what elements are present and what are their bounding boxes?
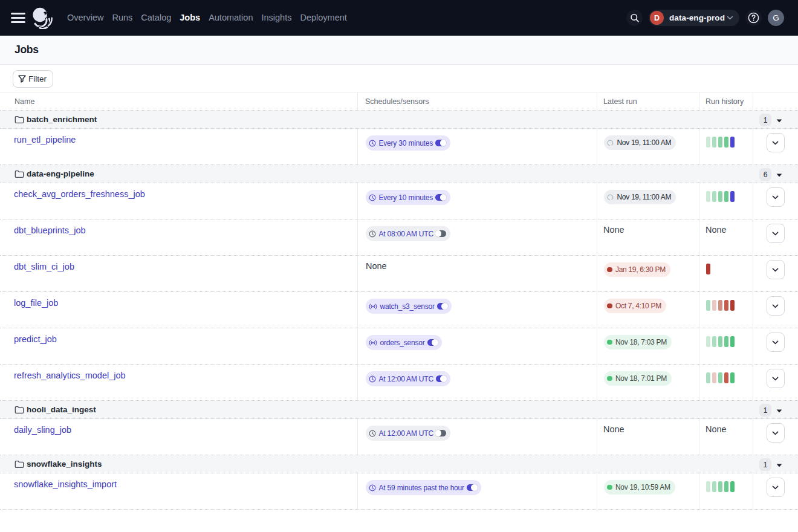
clock-icon bbox=[369, 430, 376, 437]
latest-run-pill[interactable]: Nov 18, 7:01 PM bbox=[604, 371, 672, 386]
job-name-link[interactable]: daily_sling_job bbox=[14, 425, 71, 435]
deployment-switcher[interactable]: D data-eng-prod bbox=[649, 10, 739, 26]
schedule-toggle[interactable] bbox=[436, 430, 446, 436]
group-collapse-caret-icon[interactable] bbox=[776, 174, 782, 177]
run-history-bar[interactable] bbox=[706, 481, 710, 493]
schedule-toggle[interactable] bbox=[436, 375, 446, 382]
run-history-bar[interactable] bbox=[706, 264, 710, 275]
run-history-bar[interactable] bbox=[712, 300, 716, 311]
run-history-bar[interactable] bbox=[706, 137, 710, 148]
latest-run-pill[interactable]: Nov 19, 11:00 AM bbox=[604, 135, 676, 150]
job-name-link[interactable]: log_file_job bbox=[14, 298, 58, 308]
row-expand-button[interactable] bbox=[767, 187, 785, 207]
run-history-bar[interactable] bbox=[718, 336, 722, 348]
run-history-bar[interactable] bbox=[718, 191, 722, 203]
latest-run-pill[interactable]: Oct 7, 4:10 PM bbox=[604, 299, 666, 313]
job-name-link[interactable]: run_etl_pipeline bbox=[14, 135, 76, 144]
column-header-name: Name bbox=[0, 92, 358, 110]
run-history-bar[interactable] bbox=[706, 300, 710, 311]
schedule-toggle[interactable] bbox=[437, 303, 447, 310]
run-history-bar[interactable] bbox=[718, 137, 722, 148]
job-name-link[interactable]: predict_job bbox=[14, 334, 57, 344]
run-history-bar[interactable] bbox=[712, 336, 716, 348]
run-status-dot bbox=[607, 485, 612, 490]
latest-run-pill[interactable]: Nov 18, 7:03 PM bbox=[604, 335, 672, 349]
latest-run-pill[interactable]: Nov 19, 11:00 AM bbox=[604, 190, 676, 204]
job-row: snowflake_insights_importAt 59 minutes p… bbox=[0, 473, 798, 510]
run-history-bar[interactable] bbox=[706, 336, 710, 348]
schedule-toggle[interactable] bbox=[427, 339, 438, 346]
jobs-table: Name Schedules/sensors Latest run Run hi… bbox=[0, 92, 798, 510]
row-expand-button[interactable] bbox=[767, 423, 785, 443]
run-history-bar[interactable] bbox=[706, 372, 710, 384]
run-history-bar[interactable] bbox=[730, 191, 735, 203]
run-history-bar[interactable] bbox=[730, 137, 735, 148]
row-expand-button[interactable] bbox=[767, 260, 785, 279]
run-history-bar[interactable] bbox=[730, 481, 735, 493]
row-expand-button[interactable] bbox=[767, 332, 785, 352]
job-name-link[interactable]: dbt_slim_ci_job bbox=[14, 262, 74, 271]
run-history-bar[interactable] bbox=[730, 336, 735, 348]
run-history-bar[interactable] bbox=[712, 481, 716, 493]
job-name-link[interactable]: dbt_blueprints_job bbox=[14, 225, 86, 235]
schedule-label: orders_sensor bbox=[380, 339, 425, 347]
run-history-bar[interactable] bbox=[712, 191, 716, 203]
nav-item-automation[interactable]: Automation bbox=[204, 0, 257, 36]
row-expand-button[interactable] bbox=[767, 224, 785, 243]
search-button[interactable] bbox=[626, 10, 643, 26]
run-history-bar[interactable] bbox=[712, 372, 716, 384]
run-status-dot bbox=[607, 340, 612, 345]
hamburger-menu-button[interactable] bbox=[11, 13, 25, 23]
run-history-bar[interactable] bbox=[718, 481, 722, 493]
run-history-bar[interactable] bbox=[718, 300, 722, 311]
job-name-link[interactable]: snowflake_insights_import bbox=[14, 479, 117, 489]
row-expand-button[interactable] bbox=[767, 478, 785, 497]
run-history-bar[interactable] bbox=[730, 300, 735, 311]
row-expand-button[interactable] bbox=[767, 369, 785, 388]
latest-run-pill[interactable]: Jan 19, 6:30 PM bbox=[604, 262, 670, 277]
schedule-toggle[interactable] bbox=[436, 230, 446, 237]
schedule-pill: orders_sensor bbox=[366, 335, 442, 350]
group-collapse-caret-icon[interactable] bbox=[776, 464, 782, 467]
group-collapse-caret-icon[interactable] bbox=[776, 119, 782, 123]
nav-item-catalog[interactable]: Catalog bbox=[137, 0, 175, 36]
row-expand-button[interactable] bbox=[767, 296, 785, 316]
run-history-bar[interactable] bbox=[724, 300, 728, 311]
run-history-bar[interactable] bbox=[724, 336, 728, 348]
schedule-pill: At 08:00 AM UTC bbox=[366, 226, 450, 241]
job-name-link[interactable]: check_avg_orders_freshness_job bbox=[14, 189, 145, 199]
dagster-logo-icon[interactable] bbox=[33, 7, 55, 29]
nav-item-runs[interactable]: Runs bbox=[108, 0, 137, 36]
latest-run-time: Nov 18, 7:01 PM bbox=[615, 374, 667, 383]
schedule-pill: Every 10 minutes bbox=[366, 190, 450, 205]
latest-run-time: Nov 19, 10:59 AM bbox=[615, 483, 670, 491]
job-name-cell: daily_sling_job bbox=[0, 419, 358, 455]
run-history-bar[interactable] bbox=[724, 481, 728, 493]
job-row: log_file_jobwatch_s3_sensorOct 7, 4:10 P… bbox=[0, 292, 798, 328]
run-history-bar[interactable] bbox=[706, 191, 710, 203]
nav-item-overview[interactable]: Overview bbox=[63, 0, 108, 36]
run-history-bar[interactable] bbox=[718, 372, 722, 384]
job-name-link[interactable]: refresh_analytics_model_job bbox=[14, 371, 126, 380]
schedule-toggle[interactable] bbox=[435, 140, 446, 146]
run-history-bar[interactable] bbox=[712, 137, 716, 148]
row-expand-button[interactable] bbox=[767, 133, 785, 152]
schedule-none: None bbox=[366, 261, 387, 271]
latest-run-pill[interactable]: Nov 19, 10:59 AM bbox=[604, 480, 675, 495]
nav-item-insights[interactable]: Insights bbox=[257, 0, 296, 36]
group-collapse-caret-icon[interactable] bbox=[776, 409, 782, 413]
run-history-bar[interactable] bbox=[724, 372, 728, 384]
filter-button[interactable]: Filter bbox=[13, 70, 53, 88]
nav-item-jobs[interactable]: Jobs bbox=[175, 0, 204, 36]
run-history-bar[interactable] bbox=[724, 137, 728, 148]
nav-item-deployment[interactable]: Deployment bbox=[296, 0, 351, 36]
schedules-cell: watch_s3_sensor bbox=[358, 292, 597, 328]
schedule-toggle[interactable] bbox=[435, 194, 446, 201]
schedule-toggle[interactable] bbox=[467, 484, 477, 491]
latest-run-cell: None bbox=[597, 219, 699, 255]
run-history-bar[interactable] bbox=[730, 372, 735, 384]
user-avatar[interactable]: G bbox=[768, 10, 784, 26]
help-button[interactable] bbox=[745, 10, 762, 26]
job-row: daily_sling_jobAt 12:00 AM UTCNoneNone bbox=[0, 419, 798, 455]
run-history-bar[interactable] bbox=[724, 191, 728, 203]
